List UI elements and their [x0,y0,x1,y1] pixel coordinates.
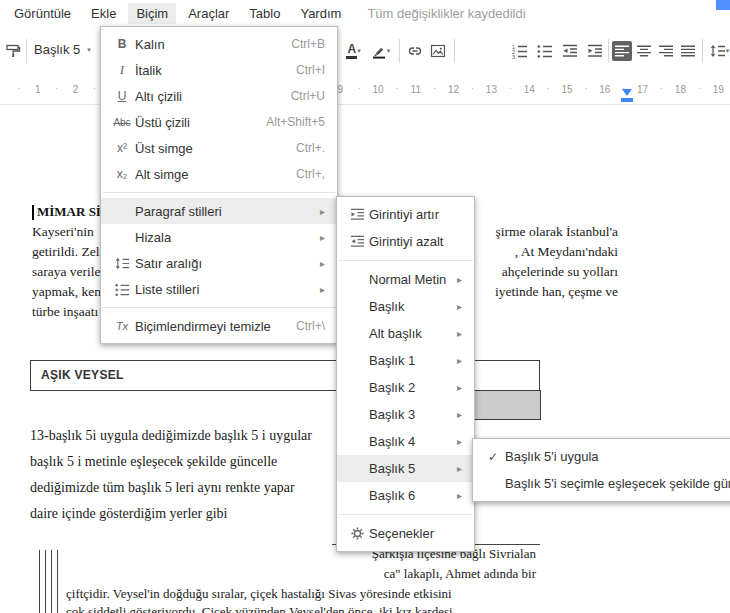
menu-item-girintiyi-azalt[interactable]: Girintiyi azalt [337,228,474,255]
chevron-down-icon: ▾ [87,46,91,54]
menu-item-baslik[interactable]: Başlık ▸ [337,293,474,320]
menu-araclar[interactable]: Araçlar [180,3,237,24]
styles-dropdown[interactable]: Başlık 5 ▾ [34,42,91,57]
menu-item-kalin[interactable]: B Kalın Ctrl+B [101,31,337,57]
text-color-icon[interactable]: A ▾ [340,41,367,61]
menu-item-label: Satır aralığı [135,256,310,271]
menu-bicim[interactable]: Biçim [128,3,176,24]
menu-tablo[interactable]: Tablo [241,3,288,24]
menu-item-baslik-6[interactable]: Başlık 6 ▸ [337,482,474,509]
menu-item-label: Başlık 5'i uygula [505,449,730,464]
menu-item-satir-araligi[interactable]: Satır aralığı ▸ [101,250,337,276]
insert-image-icon[interactable] [428,41,448,61]
doc-body-line: ahçelerinde su yolları [502,264,618,280]
decrease-indent-icon[interactable] [560,41,580,61]
submenu-arrow-icon: ▸ [320,206,325,217]
bulleted-list-icon[interactable] [535,41,555,61]
table-border-line [51,550,52,613]
menu-goruntule[interactable]: Görüntüle [6,3,79,24]
menu-item-shortcut: Alt+Shift+5 [266,115,325,129]
menu-item-italik[interactable]: I İtalik Ctrl+I [101,57,337,83]
menu-item-normal-metin[interactable]: Normal Metin ▸ [337,266,474,293]
toolbar-separator [702,39,703,63]
heading5-submenu: ✓ Başlık 5'i uygula Başlık 5'i seçimle e… [472,438,730,502]
submenu-arrow-icon: ▸ [457,382,462,393]
right-indent-marker[interactable] [622,89,632,96]
menu-item-label: İtalik [135,63,278,78]
menu-item-baslik-3[interactable]: Başlık 3 ▸ [337,401,474,428]
menu-item-shortcut: Ctrl+U [291,89,325,103]
menu-item-label: Girintiyi artır [369,207,462,222]
submenu-arrow-icon: ▸ [320,284,325,295]
submenu-arrow-icon: ▸ [457,355,462,366]
menu-item-label: Başlık 2 [369,380,447,395]
decrease-indent-icon [345,234,369,249]
menu-item-baslik-5[interactable]: Başlık 5 ▸ [337,455,474,482]
menu-ekle[interactable]: Ekle [83,3,124,24]
menu-item-bicimlendirmeyi-temizle[interactable]: Tx Biçimlendirmeyi temizle Ctrl+\ [101,313,337,339]
menu-yardim[interactable]: Yardım [292,3,349,24]
doc-body-line: getirildi. Zel [32,244,99,260]
menu-item-ust-simge[interactable]: x² Üst simge Ctrl+. [101,135,337,161]
menu-item-ustu-cizili[interactable]: Abc Üstü çizili Alt+Shift+5 [101,109,337,135]
menu-item-baslik-4[interactable]: Başlık 4 ▸ [337,428,474,455]
highlight-color-icon[interactable]: ▾ [367,41,394,61]
submenu-arrow-icon: ▸ [320,258,325,269]
text-color-letter: A [347,43,356,55]
paragraph-styles-submenu: Girintiyi artır Girintiyi azalt Normal M… [336,196,475,552]
insert-link-icon[interactable] [405,41,425,61]
submenu-arrow-icon: ▸ [457,328,462,339]
increase-indent-icon[interactable] [585,41,605,61]
submenu-arrow-icon: ▸ [457,490,462,501]
toolbar-separator [26,39,27,63]
doc-note-line: daire içinde gösterdiğim yerler gibi [30,506,228,522]
share-button-fragment[interactable] [716,0,730,10]
align-right-icon[interactable] [656,41,676,61]
menu-item-label: Alt başlık [369,326,447,341]
chevron-down-icon: ▾ [387,47,391,55]
align-center-icon[interactable] [634,41,654,61]
menu-item-alti-cizili[interactable]: U Altı çizili Ctrl+U [101,83,337,109]
superscript-icon: x² [109,141,135,155]
toolbar-separator [454,39,455,63]
text-cursor [32,205,34,220]
menu-item-shortcut: Ctrl+I [296,63,325,77]
menu-item-liste-stilleri[interactable]: Liste stilleri ▸ [101,276,337,302]
doc-bio-line: çok şiddetli gösteriyordu. Çiçek yüzünde… [66,604,453,613]
subscript-icon: x₂ [109,167,135,181]
menu-item-secenekler[interactable]: Seçenekler [337,520,474,547]
increase-indent-icon [345,207,369,222]
menu-item-baslik-2[interactable]: Başlık 2 ▸ [337,374,474,401]
menu-item-alt-baslik[interactable]: Alt başlık ▸ [337,320,474,347]
align-left-icon[interactable] [612,41,632,61]
toolbar-separator [399,39,400,63]
menu-item-label: Üstü çizili [135,115,248,130]
menu-item-label: Alt simge [135,167,278,182]
menu-item-label: Normal Metin [369,272,447,287]
menu-item-label: Üst simge [135,141,278,156]
menu-item-hizala[interactable]: Hizala ▸ [101,224,337,250]
check-icon: ✓ [481,450,505,464]
menu-item-baslik-1[interactable]: Başlık 1 ▸ [337,347,474,374]
menu-item-baslik5-guncelle[interactable]: Başlık 5'i seçimle eşleşecek şekilde gün… [473,470,730,497]
align-justify-icon[interactable] [678,41,698,61]
line-spacing-icon[interactable]: ▾ [706,41,730,61]
menu-item-label: Liste stilleri [135,282,310,297]
doc-body-line: Kayseri'nin [32,224,94,240]
paint-format-icon[interactable] [3,41,23,61]
chevron-down-icon: ▾ [357,47,361,55]
menu-item-shortcut: Ctrl+B [291,37,325,51]
menu-separator [102,192,336,193]
menu-item-alt-simge[interactable]: x₂ Alt simge Ctrl+, [101,161,337,187]
doc-bio-line: çiftçidir. Veysel'in doğduğu sıralar, çi… [66,586,452,602]
numbered-list-icon[interactable]: 123 [510,41,530,61]
menu-item-girintiyi-artir[interactable]: Girintiyi artır [337,201,474,228]
menu-item-baslik5-uygula[interactable]: ✓ Başlık 5'i uygula [473,443,730,470]
menu-item-shortcut: Ctrl+, [296,167,325,181]
menu-item-label: Seçenekler [369,526,462,541]
menu-item-paragraf-stilleri[interactable]: Paragraf stilleri ▸ [101,198,337,224]
table-border-line [39,550,40,613]
right-margin-marker[interactable] [621,98,633,102]
line-spacing-icon [109,255,135,270]
save-status: Tüm değişiklikler kaydedildi [367,6,525,21]
